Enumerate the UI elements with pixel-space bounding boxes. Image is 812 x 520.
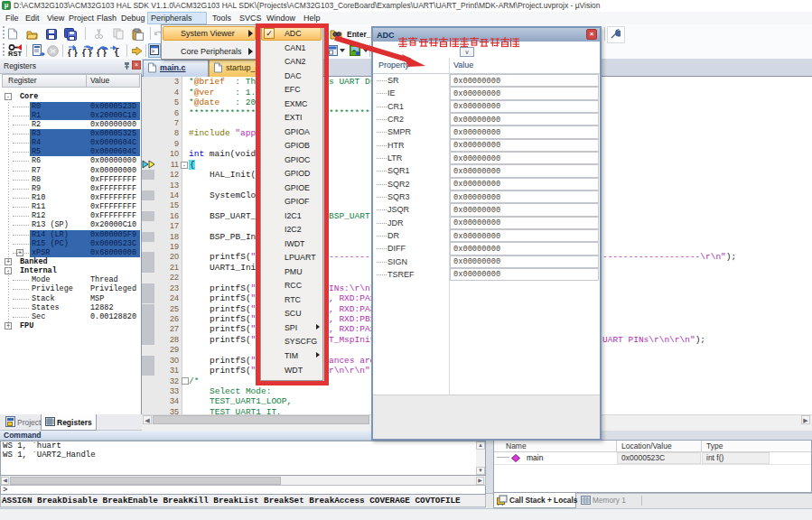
svg-text:{ }: { } (114, 47, 123, 57)
svg-text:{}: {} (67, 48, 79, 58)
svg-text:>: > (151, 48, 154, 55)
svg-text:RST: RST (8, 50, 22, 57)
